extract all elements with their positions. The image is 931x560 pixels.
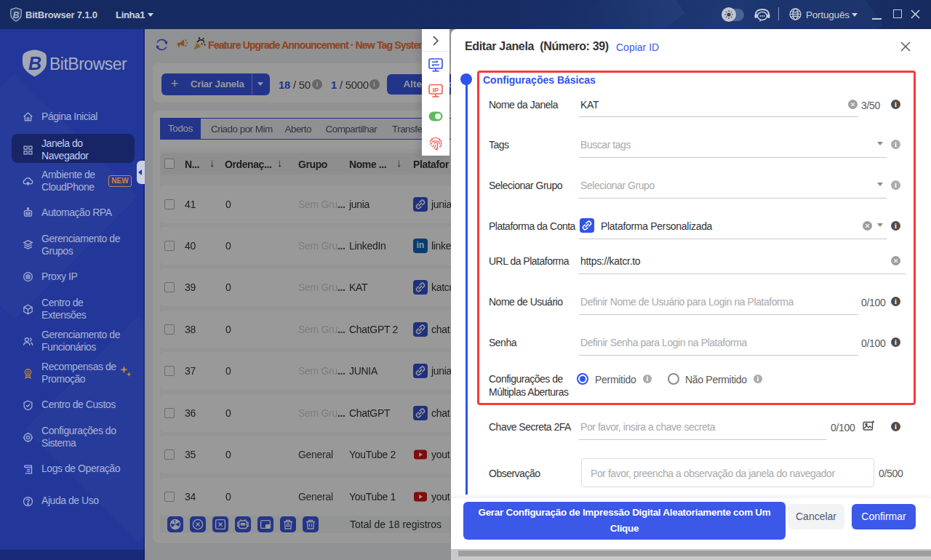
- svg-text:IP: IP: [433, 87, 439, 94]
- svg-text:B: B: [28, 53, 41, 73]
- svg-text:B: B: [13, 10, 20, 20]
